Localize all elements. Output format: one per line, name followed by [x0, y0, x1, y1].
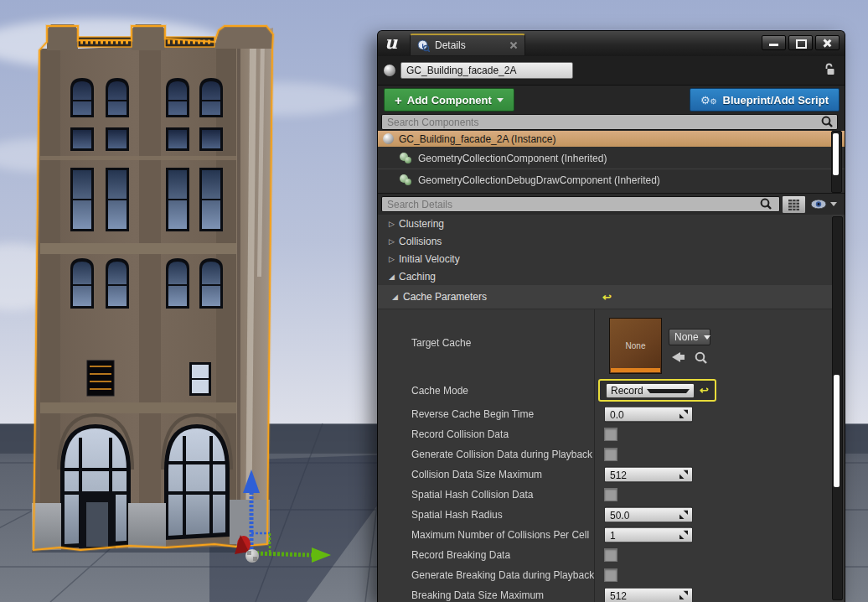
browse-asset-icon[interactable]: [695, 351, 707, 364]
grid-icon: [788, 200, 799, 210]
search-components-input[interactable]: [381, 114, 838, 130]
object-name-row: [378, 56, 845, 86]
row-maximum-number-of-collisions-per-cell: Maximum Number of Collisions Per Cell 1: [378, 525, 832, 545]
blueprint-add-script-button[interactable]: ⚙⚙ Blueprint/Add Script: [690, 88, 840, 112]
use-selected-asset-icon[interactable]: [672, 352, 680, 362]
details-window: i Details + A: [377, 30, 845, 602]
row-spatial-hash-collision-data: Spatial Hash Collision Data: [378, 485, 832, 505]
building-mesh[interactable]: [32, 24, 273, 550]
tab-close-icon[interactable]: [509, 41, 518, 49]
unreal-logo-icon: [385, 32, 397, 53]
asset-color-bar: [611, 368, 660, 372]
tab-details[interactable]: i Details: [410, 34, 525, 55]
spatial-hash-radius-input[interactable]: 50.0: [604, 507, 693, 523]
category-collisions[interactable]: Collisions: [378, 232, 832, 251]
components-scrollbar[interactable]: [831, 131, 842, 193]
minimize-button[interactable]: [762, 35, 786, 50]
collision-data-size-maximum-input[interactable]: 512: [604, 467, 693, 483]
actor-sphere-icon: [384, 65, 395, 76]
components-scrollbar-thumb[interactable]: [833, 133, 839, 175]
chevron-down-icon: [704, 335, 710, 340]
search-details-input[interactable]: [381, 196, 780, 212]
tab-label: Details: [435, 39, 466, 51]
tree-item-instance[interactable]: GC_Building_facade_2A (Instance): [378, 131, 845, 147]
value-drag-icon[interactable]: [679, 591, 689, 600]
details-scrollbar[interactable]: [832, 216, 843, 600]
search-details-row: [378, 193, 845, 215]
chevron-down-icon: [647, 389, 690, 393]
row-generate-collision-data-during-playback: Generate Collision Data during Playback: [378, 444, 832, 464]
category-clustering[interactable]: Clustering: [378, 215, 832, 233]
row-breaking-data-size-maximum: Breaking Data Size Maximum 512: [378, 585, 832, 602]
row-reverse-cache-begin-time: Reverse Cache Begin Time 0.0: [378, 404, 832, 424]
generate-collision-data-checkbox[interactable]: [604, 448, 617, 461]
unreal-editor-screen: i Details + A: [0, 0, 868, 602]
gears-icon: ⚙⚙: [700, 95, 717, 106]
breaking-data-size-maximum-input[interactable]: 512: [604, 588, 693, 602]
search-icon: [760, 198, 772, 210]
value-drag-icon[interactable]: [679, 511, 689, 520]
components-tree: GC_Building_facade_2A (Instance) Geometr…: [378, 131, 845, 193]
row-spatial-hash-radius: Spatial Hash Radius 50.0: [378, 505, 832, 525]
row-record-breaking-data: Record Breaking Data: [378, 545, 832, 565]
chevron-down-icon: [830, 202, 837, 206]
row-record-collision-data: Record Collision Data: [378, 424, 832, 444]
value-drag-icon[interactable]: [679, 531, 689, 540]
reset-to-default-icon[interactable]: [700, 385, 709, 396]
record-breaking-data-checkbox[interactable]: [604, 548, 617, 562]
maximize-button[interactable]: [788, 35, 813, 50]
geometry-collection-icon: [400, 174, 413, 186]
search-components-row: [378, 112, 845, 131]
row-target-cache: Target Cache None None: [378, 309, 832, 376]
category-initial-velocity[interactable]: Initial Velocity: [378, 250, 832, 268]
details-info-icon: i: [417, 39, 430, 52]
generate-breaking-data-checkbox[interactable]: [604, 568, 617, 582]
chevron-down-icon: [497, 98, 504, 102]
reset-to-default-icon[interactable]: [602, 292, 612, 303]
cache-mode-dropdown[interactable]: Record: [606, 383, 695, 398]
chevron-right-icon: [389, 255, 399, 263]
search-icon: [821, 116, 833, 127]
details-property-list: Clustering Collisions Initial Velocity C…: [378, 215, 845, 602]
close-button[interactable]: [815, 35, 840, 50]
geometry-collection-icon: [400, 153, 413, 164]
window-buttons: [762, 35, 840, 50]
value-drag-icon[interactable]: [679, 470, 689, 480]
tree-item-debug-draw-component[interactable]: GeometryCollectionDebugDrawComponent (In…: [378, 169, 845, 191]
eye-icon: [810, 199, 827, 210]
cache-mode-focus-highlight: Record: [598, 379, 716, 402]
record-collision-data-checkbox[interactable]: [604, 428, 617, 441]
add-component-button[interactable]: + Add Component: [384, 88, 514, 112]
actor-icon: [383, 133, 394, 144]
object-name-field[interactable]: [400, 62, 573, 79]
lock-open-icon[interactable]: [824, 63, 834, 76]
reverse-cache-begin-time-input[interactable]: 0.0: [604, 407, 693, 423]
chevron-expanded-icon: [392, 293, 403, 301]
plus-icon: +: [395, 94, 402, 106]
component-toolbar: + Add Component ⚙⚙ Blueprint/Add Script: [378, 86, 845, 112]
row-collision-data-size-maximum: Collision Data Size Maximum 512: [378, 464, 832, 485]
category-caching[interactable]: Caching: [378, 267, 832, 286]
row-cache-mode: Cache Mode Record: [378, 376, 832, 404]
window-titlebar[interactable]: i Details: [378, 31, 845, 57]
view-options-button[interactable]: [810, 196, 837, 212]
chevron-expanded-icon: [389, 272, 399, 281]
row-generate-breaking-data-during-playback: Generate Breaking Data during Playback: [378, 565, 832, 585]
cache-parameters-header[interactable]: Cache Parameters: [378, 285, 832, 309]
chevron-right-icon: [389, 220, 399, 228]
target-cache-dropdown[interactable]: None: [669, 329, 710, 345]
value-drag-icon[interactable]: [679, 410, 689, 419]
property-matrix-button[interactable]: [782, 195, 806, 214]
target-cache-thumbnail[interactable]: None: [609, 318, 662, 374]
details-scrollbar-thumb[interactable]: [834, 375, 840, 487]
chevron-right-icon: [389, 237, 399, 246]
spatial-hash-collision-data-checkbox[interactable]: [604, 488, 617, 501]
tree-item-geometry-collection-component[interactable]: GeometryCollectionComponent (Inherited): [378, 148, 845, 169]
maximum-collisions-per-cell-input[interactable]: 1: [604, 527, 693, 543]
